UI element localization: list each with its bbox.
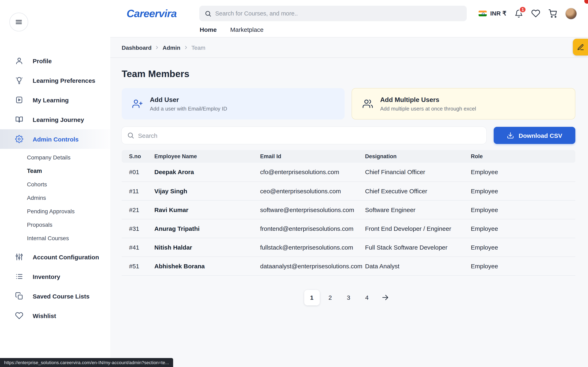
sidebar-item-profile[interactable]: Profile	[0, 51, 110, 71]
add-user-card[interactable]: Add User Add a user with Email/Employ ID	[122, 88, 345, 119]
page-button-4[interactable]: 4	[359, 290, 375, 305]
cell-role: Employee	[471, 219, 575, 238]
india-flag-icon	[479, 11, 487, 16]
table-row: #41 Nitish Haldar fullstack@enterpriseso…	[122, 238, 575, 257]
team-search[interactable]	[122, 127, 486, 144]
download-csv-button[interactable]: Download CSV	[494, 127, 575, 144]
admin-controls-submenu: Company Details Team Cohorts Admins Pend…	[0, 149, 110, 247]
heart-icon	[531, 9, 540, 18]
table-row: #31 Anurag Tripathi frontend@enterprises…	[122, 219, 575, 238]
user-avatar[interactable]	[566, 8, 577, 19]
search-icon	[205, 10, 212, 17]
sidebar-subitem-proposals[interactable]: Proposals	[0, 218, 110, 231]
sidebar-item-learning-preferences[interactable]: Learning Preferences	[0, 71, 110, 90]
currency-label: INR ₹	[490, 10, 506, 17]
bulb-icon	[15, 76, 23, 84]
card-title: Add Multiple Users	[380, 96, 476, 103]
sidebar-subitem-team[interactable]: Team	[0, 164, 110, 177]
topbar: Careervira INR ₹ 1	[110, 0, 588, 38]
breadcrumb-team: Team	[191, 44, 205, 51]
col-sno: S.no	[122, 150, 154, 163]
copy-icon	[15, 292, 23, 300]
cell-designation: Front End Developer / Engineer	[365, 219, 471, 238]
nav-marketplace[interactable]: Marketplace	[230, 26, 263, 33]
sidebar-nav: Profile Learning Preferences My Learning…	[0, 51, 110, 325]
page-button-1[interactable]: 1	[304, 290, 320, 305]
sidebar-item-label: Profile	[33, 57, 52, 64]
chevron-right-icon	[183, 45, 189, 50]
cell-role: Employee	[471, 200, 575, 219]
add-multiple-users-card[interactable]: Add Multiple Users Add multiple users at…	[352, 88, 575, 119]
main-area: Dashboard Admin Team Team Members Add Us…	[110, 38, 588, 367]
global-search-input[interactable]	[215, 10, 461, 17]
subitem-label: Internal Courses	[27, 235, 69, 241]
notifications-button[interactable]: 1	[515, 9, 523, 18]
subitem-label: Proposals	[27, 221, 52, 228]
feedback-button[interactable]	[573, 39, 588, 55]
card-text: Add User Add a user with Email/Employ ID	[150, 96, 227, 111]
wishlist-button[interactable]	[531, 9, 540, 18]
global-search[interactable]	[199, 6, 467, 21]
arrow-right-icon	[381, 294, 389, 301]
sidebar-item-admin-controls[interactable]: Admin Controls	[0, 129, 110, 149]
sidebar-item-label: Saved Course Lists	[33, 292, 89, 300]
sidebar-subitem-admins[interactable]: Admins	[0, 191, 110, 204]
sidebar: Profile Learning Preferences My Learning…	[0, 0, 110, 367]
sidebar-item-label: Learning Journey	[33, 116, 84, 123]
menu-button[interactable]	[9, 13, 28, 31]
sidebar-item-inventory[interactable]: Inventory	[0, 267, 110, 286]
sidebar-subitem-pending-approvals[interactable]: Pending Approvals	[0, 204, 110, 218]
cell-sno: #21	[122, 200, 154, 219]
table-row: #01 Deepak Arora cfo@enterprisesolutions…	[122, 163, 575, 182]
chevron-right-icon	[154, 45, 160, 50]
content: Team Members Add User Add a user with Em…	[110, 58, 588, 305]
cell-designation: Full Stack Software Developer	[365, 238, 471, 257]
next-page-button[interactable]	[378, 290, 393, 305]
team-search-input[interactable]	[138, 132, 481, 139]
col-employee-name: Employee Name	[154, 150, 260, 163]
sidebar-item-label: Account Configuration	[33, 253, 99, 260]
search-icon	[127, 132, 134, 139]
cell-designation: Software Engineer	[365, 200, 471, 219]
sidebar-item-wishlist[interactable]: Wishlist	[0, 306, 110, 325]
page-button-2[interactable]: 2	[322, 290, 338, 305]
gear-icon	[15, 135, 23, 143]
page-button-3[interactable]: 3	[341, 290, 356, 305]
cell-email: dataanalyst@enterprisesolutions.com	[260, 257, 365, 275]
sidebar-item-my-learning[interactable]: My Learning	[0, 90, 110, 110]
nav-home[interactable]: Home	[200, 26, 217, 33]
download-csv-label: Download CSV	[519, 132, 562, 139]
cell-sno: #01	[122, 163, 154, 182]
card-subtitle: Add a user with Email/Employ ID	[150, 105, 227, 111]
heart-icon	[15, 312, 23, 320]
menu-icon	[15, 18, 23, 26]
col-role: Role	[471, 150, 575, 163]
breadcrumb-admin[interactable]: Admin	[163, 44, 180, 51]
cell-designation: Chief Financial Officer	[365, 163, 471, 182]
cell-email: frontend@enterprisesolutions.com	[260, 219, 365, 238]
list-icon	[15, 272, 23, 281]
sidebar-item-saved-course-lists[interactable]: Saved Course Lists	[0, 286, 110, 306]
cell-email: fullstack@enterprisesolutions.com	[260, 238, 365, 257]
breadcrumb-dashboard[interactable]: Dashboard	[122, 44, 151, 51]
currency-selector[interactable]: INR ₹	[479, 10, 506, 17]
cart-button[interactable]	[548, 9, 557, 18]
sidebar-subitem-company-details[interactable]: Company Details	[0, 150, 110, 164]
sidebar-item-account-configuration[interactable]: Account Configuration	[0, 247, 110, 267]
cell-designation: Chief Executive Officer	[365, 182, 471, 200]
sidebar-subitem-internal-courses[interactable]: Internal Courses	[0, 231, 110, 245]
sidebar-item-learning-journey[interactable]: Learning Journey	[0, 110, 110, 129]
cell-name: Deepak Arora	[154, 163, 260, 182]
app-root: Profile Learning Preferences My Learning…	[0, 0, 588, 367]
cell-role: Employee	[471, 182, 575, 200]
user-icon	[15, 57, 23, 65]
cell-role: Employee	[471, 163, 575, 182]
careervira-logo[interactable]: Careervira	[127, 7, 199, 20]
cell-email: software@enterprisesolutions.com	[260, 200, 365, 219]
sidebar-item-label: Inventory	[33, 273, 60, 280]
subitem-label: Cohorts	[27, 181, 47, 187]
sidebar-subitem-cohorts[interactable]: Cohorts	[0, 177, 110, 191]
card-subtitle: Add multiple users at once through excel	[380, 105, 476, 111]
cell-email: cfo@enterprisesolutions.com	[260, 163, 365, 182]
play-lesson-icon	[15, 96, 23, 104]
